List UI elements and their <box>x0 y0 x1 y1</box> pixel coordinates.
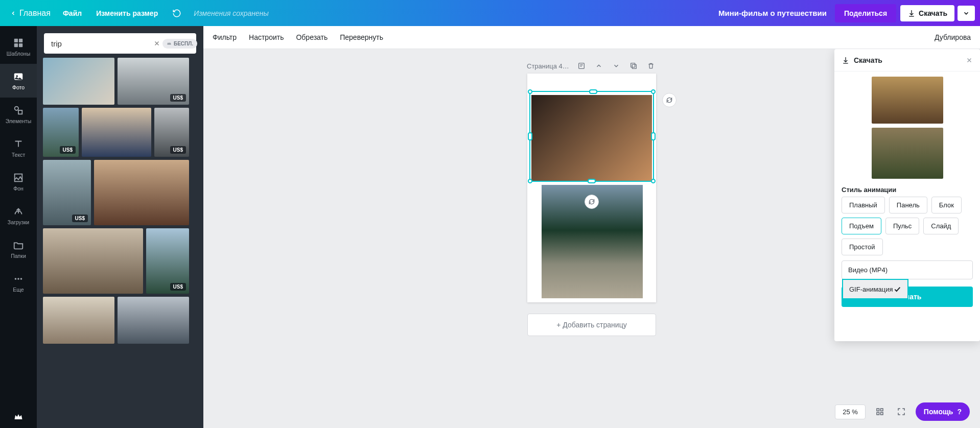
photo-thumb[interactable]: US$ <box>43 108 79 157</box>
page-notes-button[interactable] <box>576 60 587 72</box>
download-label: Скачать <box>919 9 947 17</box>
rail-templates-label: Шаблоны <box>7 51 30 57</box>
grid-view-button[interactable] <box>873 405 887 419</box>
doc-title[interactable]: Мини-фильм о путешествии <box>710 9 835 17</box>
save-status: Изменения сохранены <box>189 9 274 17</box>
popover-close-button[interactable] <box>966 57 973 64</box>
share-button[interactable]: Поделиться <box>835 4 896 22</box>
resize-menu[interactable]: Изменить размер <box>89 9 165 17</box>
photo-thumb[interactable]: US$ <box>118 58 189 105</box>
sync-button[interactable] <box>585 195 599 209</box>
style-option[interactable]: Простой <box>842 239 883 255</box>
chevron-down-icon <box>613 62 620 69</box>
flip-button[interactable]: Перевернуть <box>340 33 383 41</box>
close-icon <box>153 40 160 47</box>
main-area: Фильтр Настроить Обрезать Перевернуть Ду… <box>203 26 980 428</box>
rail-background[interactable]: Фон <box>0 165 37 199</box>
download-button[interactable]: Скачать <box>900 5 954 21</box>
photo-thumb[interactable]: US$ <box>154 108 189 157</box>
photo-thumb[interactable]: US$ <box>43 160 91 225</box>
photos-panel: БЕСПЛ. US$ US$ US$ US$ US$ <box>37 26 203 428</box>
uploads-icon <box>13 206 24 217</box>
adjust-button[interactable]: Настроить <box>249 33 284 41</box>
chevron-down-icon <box>963 10 970 17</box>
selection-frame[interactable] <box>529 91 654 182</box>
download-popover: Скачать Стиль анимации Плавный Панель Бл… <box>834 49 980 341</box>
rail-background-label: Фон <box>13 185 24 192</box>
svg-rect-7 <box>18 110 22 114</box>
photo-thumb[interactable] <box>118 297 189 344</box>
format-dropdown[interactable]: Видео (MP4) GIF-анимация <box>842 260 973 279</box>
style-option[interactable]: Пульс <box>885 218 919 234</box>
home-button[interactable]: Главная <box>5 9 56 18</box>
photo-gallery: US$ US$ US$ US$ US$ <box>37 58 203 428</box>
svg-point-11 <box>20 278 22 280</box>
rail-elements[interactable]: Элементы <box>0 98 37 131</box>
refresh-button[interactable] <box>662 93 676 107</box>
crown-icon <box>13 412 24 422</box>
page-title[interactable]: Страница 4 - ... <box>527 62 570 70</box>
filter-button[interactable]: Фильтр <box>213 33 237 41</box>
download-caret-button[interactable] <box>958 6 975 21</box>
rail-folders[interactable]: Папки <box>0 232 37 266</box>
text-icon <box>13 138 24 150</box>
format-option[interactable]: Видео (MP4) <box>842 261 972 279</box>
rail-templates[interactable]: Шаблоны <box>0 30 37 64</box>
photo-thumb[interactable] <box>43 228 143 294</box>
price-badge: US$ <box>170 94 186 102</box>
undo-icon <box>172 9 181 18</box>
photo-thumb[interactable]: US$ <box>146 228 189 294</box>
add-page-button[interactable]: + Добавить страницу <box>527 314 656 336</box>
style-option[interactable]: Подъем <box>842 218 881 234</box>
download-icon <box>842 56 850 64</box>
grid-icon <box>875 407 884 416</box>
rail-text[interactable]: Текст <box>0 131 37 165</box>
free-filter-pill[interactable]: БЕСПЛ. <box>162 39 197 49</box>
price-badge: US$ <box>72 215 88 222</box>
search-input[interactable] <box>48 39 151 48</box>
zoom-dropdown[interactable]: 25 % <box>835 405 866 419</box>
format-option-label: GIF-анимация <box>849 286 893 293</box>
style-option[interactable]: Плавный <box>842 197 885 213</box>
fullscreen-button[interactable] <box>894 405 908 419</box>
crop-button[interactable]: Обрезать <box>296 33 328 41</box>
svg-rect-1 <box>19 39 22 42</box>
style-option[interactable]: Слайд <box>923 218 959 234</box>
copy-icon <box>629 62 638 70</box>
style-option[interactable]: Панель <box>889 197 927 213</box>
svg-point-9 <box>15 278 17 280</box>
left-rail: Шаблоны Фото Элементы Текст Фон Загрузки… <box>0 26 37 428</box>
photo-thumb[interactable] <box>82 108 151 157</box>
svg-rect-2 <box>14 43 18 47</box>
help-button[interactable]: Помощь ? <box>916 402 970 421</box>
rail-uploads[interactable]: Загрузки <box>0 199 37 232</box>
rail-uploads-label: Загрузки <box>8 219 29 225</box>
photo-thumb[interactable] <box>43 297 114 344</box>
more-icon <box>13 273 24 284</box>
svg-rect-19 <box>880 413 883 415</box>
rail-photos[interactable]: Фото <box>0 64 37 98</box>
undo-button[interactable] <box>165 9 189 18</box>
photo-thumb[interactable] <box>43 58 114 105</box>
sync-icon <box>588 198 595 205</box>
svg-point-6 <box>15 107 18 110</box>
anim-style-label: Стиль анимации <box>834 181 980 197</box>
format-option[interactable]: GIF-анимация <box>842 279 908 299</box>
file-menu[interactable]: Файл <box>56 9 89 17</box>
rail-premium[interactable] <box>13 412 24 422</box>
photos-icon <box>13 71 24 82</box>
rail-more[interactable]: Еще <box>0 266 37 300</box>
photo-thumb[interactable] <box>94 160 189 225</box>
canvas-area[interactable]: Страница 4 - ... <box>203 49 980 428</box>
page-up-button[interactable] <box>593 60 604 72</box>
search-clear-button[interactable] <box>151 38 162 49</box>
download-icon <box>907 9 916 17</box>
page-copy-button[interactable] <box>628 60 639 72</box>
page-delete-button[interactable] <box>645 60 657 72</box>
style-option[interactable]: Блок <box>931 197 962 213</box>
svg-rect-14 <box>632 64 636 68</box>
duplicate-button[interactable]: Дублирова <box>935 33 971 41</box>
page-header: Страница 4 - ... <box>527 60 657 72</box>
page-down-button[interactable] <box>611 60 622 72</box>
close-icon <box>966 57 973 64</box>
